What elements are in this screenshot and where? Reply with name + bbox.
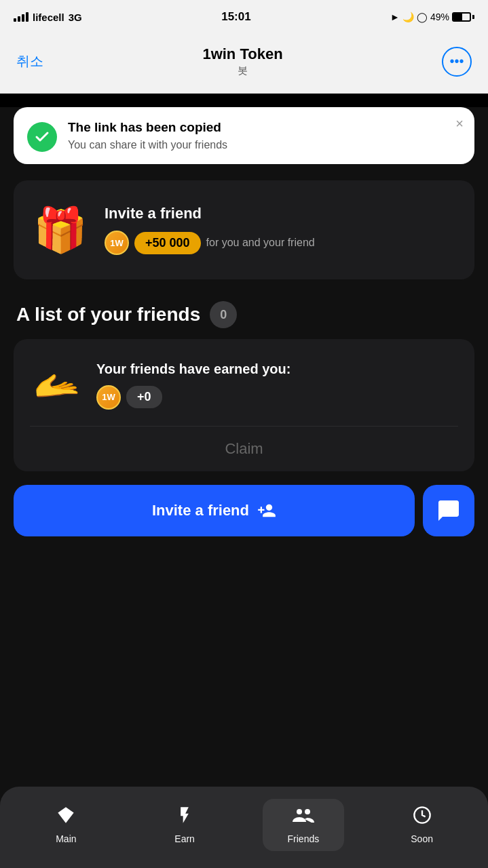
invite-button-row: Invite a friend bbox=[0, 471, 488, 536]
chat-button[interactable] bbox=[423, 485, 474, 536]
check-circle-icon bbox=[27, 122, 57, 152]
status-battery-area: ► 🌙 ◯ 49% bbox=[390, 12, 474, 22]
status-time: 15:01 bbox=[221, 10, 250, 24]
more-options-button[interactable]: ••• bbox=[442, 47, 472, 77]
notification-text: The link has been copied You can share i… bbox=[68, 119, 461, 151]
earnings-card: 🫴 Your friends have earned you: 1W +0 Cl… bbox=[14, 339, 474, 471]
notification-close-button[interactable]: × bbox=[455, 117, 464, 130]
reward-description: for you and your friend bbox=[206, 237, 315, 249]
moon-icon: 🌙 bbox=[402, 12, 414, 22]
nav-title: 1win Token bbox=[202, 45, 282, 63]
main-content: The link has been copied You can share i… bbox=[0, 107, 488, 868]
add-person-icon bbox=[257, 501, 276, 520]
battery-percent: 49% bbox=[430, 12, 449, 22]
bolt-icon bbox=[175, 806, 194, 829]
earnings-top: 🫴 Your friends have earned you: 1W +0 bbox=[30, 358, 458, 412]
nav-title-block: 1win Token 봇 bbox=[202, 45, 282, 77]
globe-icon: ◯ bbox=[417, 12, 428, 22]
battery-icon bbox=[452, 12, 474, 22]
earnings-info: Your friends have earned you: 1W +0 bbox=[96, 361, 290, 410]
ellipsis-icon: ••• bbox=[449, 54, 464, 69]
svg-point-0 bbox=[297, 809, 302, 814]
nav-subtitle: 봇 bbox=[238, 64, 248, 77]
cancel-button[interactable]: 취소 bbox=[16, 52, 43, 71]
invite-title: Invite a friend bbox=[105, 205, 315, 222]
bottom-nav: Main Earn Friends Soon bbox=[0, 787, 488, 868]
nav-item-friends[interactable]: Friends bbox=[263, 799, 344, 851]
earnings-coin-icon: 1W bbox=[96, 385, 121, 410]
notification-banner: The link has been copied You can share i… bbox=[14, 107, 474, 164]
invite-friend-button[interactable]: Invite a friend bbox=[14, 485, 415, 536]
nav-label-soon: Soon bbox=[411, 833, 433, 844]
invite-friend-card: 🎁 Invite a friend 1W +50 000 for you and… bbox=[14, 180, 474, 279]
svg-point-1 bbox=[305, 809, 310, 814]
chat-icon bbox=[436, 498, 461, 523]
invite-info: Invite a friend 1W +50 000 for you and y… bbox=[105, 205, 315, 255]
nav-item-earn[interactable]: Earn bbox=[144, 799, 225, 851]
claim-button-area[interactable]: Claim bbox=[30, 426, 458, 471]
invite-reward: 1W +50 000 for you and your friend bbox=[105, 231, 315, 255]
location-icon: ► bbox=[390, 12, 400, 22]
nav-bar: 취소 1win Token 봇 ••• bbox=[0, 34, 488, 94]
signal-icon bbox=[14, 12, 29, 22]
invite-label: Invite a friend bbox=[152, 502, 249, 519]
nav-label-friends: Friends bbox=[288, 833, 320, 844]
reward-amount: +50 000 bbox=[134, 232, 201, 254]
friends-icon bbox=[293, 806, 314, 829]
claim-button[interactable]: Claim bbox=[30, 440, 458, 458]
friends-list-title: A list of your friends bbox=[16, 304, 200, 326]
earnings-amount-row: 1W +0 bbox=[96, 385, 290, 410]
nav-item-soon[interactable]: Soon bbox=[381, 799, 463, 851]
hand-coin-icon: 🫴 bbox=[30, 358, 84, 412]
diamond-icon bbox=[56, 806, 75, 829]
coin-icon: 1W bbox=[105, 231, 129, 255]
nav-label-earn: Earn bbox=[174, 833, 195, 844]
friends-count-badge: 0 bbox=[210, 301, 237, 328]
nav-item-main[interactable]: Main bbox=[25, 799, 107, 851]
earnings-label: Your friends have earned you: bbox=[96, 361, 290, 377]
status-carrier: lifecell 3G bbox=[14, 12, 82, 23]
clock-icon bbox=[413, 806, 432, 829]
notification-description: You can share it with your friends bbox=[68, 139, 461, 151]
status-bar: lifecell 3G 15:01 ► 🌙 ◯ 49% bbox=[0, 0, 488, 34]
gift-icon: 🎁 bbox=[30, 199, 91, 260]
friends-list-header: A list of your friends 0 bbox=[0, 279, 488, 339]
earnings-amount: +0 bbox=[126, 386, 162, 408]
notification-title: The link has been copied bbox=[68, 119, 461, 136]
nav-label-main: Main bbox=[56, 833, 76, 844]
